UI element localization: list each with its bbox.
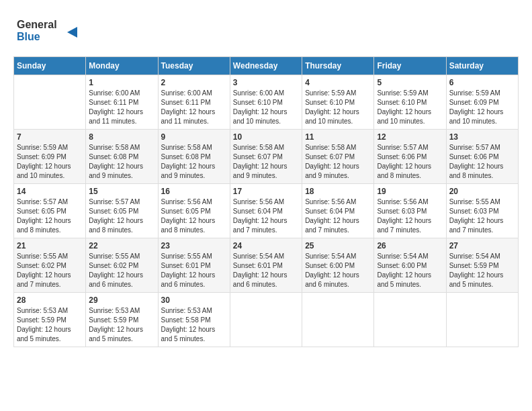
day-number: 20	[449, 187, 515, 196]
calendar-week-row: 28Sunrise: 5:53 AM Sunset: 5:59 PM Dayli…	[14, 293, 519, 347]
calendar-cell: 1Sunrise: 6:00 AM Sunset: 6:11 PM Daylig…	[86, 75, 158, 130]
day-number: 13	[449, 132, 515, 142]
day-info: Sunrise: 5:54 AM Sunset: 5:59 PM Dayligh…	[449, 252, 515, 289]
svg-text:General: General	[17, 19, 57, 30]
logo: General Blue	[13, 13, 87, 50]
day-number: 15	[89, 187, 154, 196]
calendar-cell: 12Sunrise: 5:57 AM Sunset: 6:06 PM Dayli…	[374, 130, 446, 184]
day-info: Sunrise: 5:58 AM Sunset: 6:07 PM Dayligh…	[233, 143, 299, 181]
day-info: Sunrise: 5:56 AM Sunset: 6:04 PM Dayligh…	[233, 197, 299, 235]
day-number: 25	[305, 241, 371, 250]
day-number: 7	[17, 132, 83, 142]
day-info: Sunrise: 5:59 AM Sunset: 6:09 PM Dayligh…	[17, 143, 83, 181]
day-number: 24	[233, 241, 299, 250]
day-number: 29	[89, 295, 154, 305]
day-number: 23	[161, 241, 227, 250]
day-info: Sunrise: 5:56 AM Sunset: 6:04 PM Dayligh…	[305, 197, 371, 235]
col-header-saturday: Saturday	[446, 57, 518, 75]
day-info: Sunrise: 6:00 AM Sunset: 6:11 PM Dayligh…	[161, 89, 227, 126]
day-info: Sunrise: 5:57 AM Sunset: 6:05 PM Dayligh…	[17, 197, 83, 235]
calendar-cell: 19Sunrise: 5:56 AM Sunset: 6:03 PM Dayli…	[374, 184, 446, 238]
day-number: 6	[449, 78, 515, 87]
calendar-week-row: 7Sunrise: 5:59 AM Sunset: 6:09 PM Daylig…	[14, 130, 519, 184]
calendar-header-row: SundayMondayTuesdayWednesdayThursdayFrid…	[14, 57, 519, 75]
day-info: Sunrise: 5:55 AM Sunset: 6:03 PM Dayligh…	[449, 197, 515, 235]
col-header-sunday: Sunday	[14, 57, 86, 75]
calendar-cell: 17Sunrise: 5:56 AM Sunset: 6:04 PM Dayli…	[230, 184, 302, 238]
day-info: Sunrise: 5:53 AM Sunset: 5:59 PM Dayligh…	[17, 306, 83, 344]
day-info: Sunrise: 5:57 AM Sunset: 6:06 PM Dayligh…	[449, 143, 515, 181]
calendar-cell: 29Sunrise: 5:53 AM Sunset: 5:59 PM Dayli…	[86, 293, 158, 347]
calendar-cell: 21Sunrise: 5:55 AM Sunset: 6:02 PM Dayli…	[14, 238, 86, 293]
calendar-week-row: 14Sunrise: 5:57 AM Sunset: 6:05 PM Dayli…	[14, 184, 519, 238]
calendar-cell: 7Sunrise: 5:59 AM Sunset: 6:09 PM Daylig…	[14, 130, 86, 184]
day-number: 16	[161, 187, 227, 196]
calendar-cell: 24Sunrise: 5:54 AM Sunset: 6:01 PM Dayli…	[230, 238, 302, 293]
calendar-cell: 23Sunrise: 5:55 AM Sunset: 6:01 PM Dayli…	[158, 238, 230, 293]
calendar-cell: 27Sunrise: 5:54 AM Sunset: 5:59 PM Dayli…	[446, 238, 518, 293]
page-header: General Blue	[13, 13, 519, 50]
day-info: Sunrise: 5:57 AM Sunset: 6:05 PM Dayligh…	[89, 197, 154, 235]
day-number: 4	[305, 78, 371, 87]
day-number: 22	[89, 241, 154, 250]
day-info: Sunrise: 5:55 AM Sunset: 6:01 PM Dayligh…	[161, 252, 227, 289]
calendar-cell	[446, 293, 518, 347]
col-header-monday: Monday	[86, 57, 158, 75]
calendar-cell	[230, 293, 302, 347]
day-number: 18	[305, 187, 371, 196]
day-number: 12	[377, 132, 443, 142]
calendar-week-row: 1Sunrise: 6:00 AM Sunset: 6:11 PM Daylig…	[14, 75, 519, 130]
col-header-thursday: Thursday	[302, 57, 374, 75]
calendar-cell: 11Sunrise: 5:58 AM Sunset: 6:07 PM Dayli…	[302, 130, 374, 184]
day-info: Sunrise: 5:58 AM Sunset: 6:07 PM Dayligh…	[305, 143, 371, 181]
day-info: Sunrise: 5:53 AM Sunset: 5:58 PM Dayligh…	[161, 306, 227, 344]
day-number: 17	[233, 187, 299, 196]
day-info: Sunrise: 5:59 AM Sunset: 6:09 PM Dayligh…	[449, 89, 515, 126]
day-info: Sunrise: 5:59 AM Sunset: 6:10 PM Dayligh…	[305, 89, 371, 126]
calendar-cell: 6Sunrise: 5:59 AM Sunset: 6:09 PM Daylig…	[446, 75, 518, 130]
day-number: 30	[161, 295, 227, 305]
calendar-cell	[14, 75, 86, 130]
day-number: 28	[17, 295, 83, 305]
day-info: Sunrise: 5:53 AM Sunset: 5:59 PM Dayligh…	[89, 306, 154, 344]
day-number: 14	[17, 187, 83, 196]
day-info: Sunrise: 5:59 AM Sunset: 6:10 PM Dayligh…	[377, 89, 443, 126]
day-number: 21	[17, 241, 83, 250]
calendar-table: SundayMondayTuesdayWednesdayThursdayFrid…	[13, 56, 519, 347]
calendar-cell: 14Sunrise: 5:57 AM Sunset: 6:05 PM Dayli…	[14, 184, 86, 238]
day-number: 27	[449, 241, 515, 250]
calendar-cell: 16Sunrise: 5:56 AM Sunset: 6:05 PM Dayli…	[158, 184, 230, 238]
day-number: 8	[89, 132, 154, 142]
day-info: Sunrise: 5:54 AM Sunset: 6:00 PM Dayligh…	[377, 252, 443, 289]
day-info: Sunrise: 5:55 AM Sunset: 6:02 PM Dayligh…	[89, 252, 154, 289]
day-info: Sunrise: 5:56 AM Sunset: 6:03 PM Dayligh…	[377, 197, 443, 235]
day-info: Sunrise: 6:00 AM Sunset: 6:11 PM Dayligh…	[89, 89, 154, 126]
calendar-cell: 5Sunrise: 5:59 AM Sunset: 6:10 PM Daylig…	[374, 75, 446, 130]
day-info: Sunrise: 5:56 AM Sunset: 6:05 PM Dayligh…	[161, 197, 227, 235]
svg-text:Blue: Blue	[17, 31, 40, 42]
day-info: Sunrise: 6:00 AM Sunset: 6:10 PM Dayligh…	[233, 89, 299, 126]
day-info: Sunrise: 5:55 AM Sunset: 6:02 PM Dayligh…	[17, 252, 83, 289]
col-header-wednesday: Wednesday	[230, 57, 302, 75]
calendar-cell: 20Sunrise: 5:55 AM Sunset: 6:03 PM Dayli…	[446, 184, 518, 238]
calendar-cell: 3Sunrise: 6:00 AM Sunset: 6:10 PM Daylig…	[230, 75, 302, 130]
calendar-cell: 10Sunrise: 5:58 AM Sunset: 6:07 PM Dayli…	[230, 130, 302, 184]
logo-text: General Blue	[13, 13, 87, 50]
svg-marker-2	[67, 27, 77, 38]
calendar-cell	[302, 293, 374, 347]
calendar-cell: 22Sunrise: 5:55 AM Sunset: 6:02 PM Dayli…	[86, 238, 158, 293]
calendar-cell: 13Sunrise: 5:57 AM Sunset: 6:06 PM Dayli…	[446, 130, 518, 184]
col-header-tuesday: Tuesday	[158, 57, 230, 75]
calendar-cell: 8Sunrise: 5:58 AM Sunset: 6:08 PM Daylig…	[86, 130, 158, 184]
day-number: 5	[377, 78, 443, 87]
calendar-cell: 28Sunrise: 5:53 AM Sunset: 5:59 PM Dayli…	[14, 293, 86, 347]
calendar-week-row: 21Sunrise: 5:55 AM Sunset: 6:02 PM Dayli…	[14, 238, 519, 293]
day-number: 10	[233, 132, 299, 142]
day-number: 9	[161, 132, 227, 142]
calendar-cell: 2Sunrise: 6:00 AM Sunset: 6:11 PM Daylig…	[158, 75, 230, 130]
day-number: 19	[377, 187, 443, 196]
calendar-cell: 26Sunrise: 5:54 AM Sunset: 6:00 PM Dayli…	[374, 238, 446, 293]
day-number: 26	[377, 241, 443, 250]
day-info: Sunrise: 5:58 AM Sunset: 6:08 PM Dayligh…	[89, 143, 154, 181]
calendar-cell: 30Sunrise: 5:53 AM Sunset: 5:58 PM Dayli…	[158, 293, 230, 347]
